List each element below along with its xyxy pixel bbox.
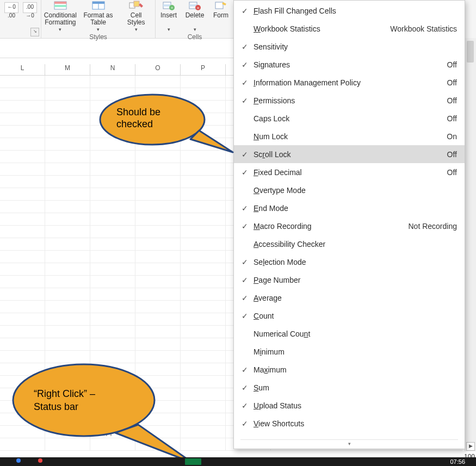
- cell[interactable]: [0, 238, 45, 250]
- cell[interactable]: [90, 376, 135, 388]
- cell[interactable]: [45, 251, 90, 263]
- cell[interactable]: [45, 113, 90, 125]
- cell[interactable]: [0, 326, 45, 338]
- cell[interactable]: [90, 163, 135, 175]
- cell[interactable]: [0, 351, 45, 363]
- cell[interactable]: [181, 426, 226, 438]
- menu-item[interactable]: ✓Sensitivity: [234, 38, 465, 55]
- cell[interactable]: [135, 176, 181, 188]
- cell[interactable]: [45, 151, 90, 163]
- cell[interactable]: [181, 263, 226, 275]
- cell[interactable]: [135, 138, 181, 150]
- menu-item[interactable]: ✓SignaturesOff: [234, 55, 465, 73]
- cell[interactable]: [0, 163, 45, 175]
- windows-taskbar[interactable]: 07:56: [0, 457, 476, 466]
- cell[interactable]: [45, 313, 90, 325]
- cell[interactable]: [135, 113, 181, 125]
- cell[interactable]: [135, 376, 181, 388]
- cell[interactable]: [0, 363, 45, 375]
- cell[interactable]: [135, 201, 181, 213]
- menu-item[interactable]: Numerical Count: [234, 325, 465, 343]
- menu-item[interactable]: Overtype Mode: [234, 181, 465, 199]
- decrease-decimal-button[interactable]: .00 →0: [23, 2, 37, 13]
- cell[interactable]: [135, 326, 181, 338]
- cell[interactable]: [181, 238, 226, 250]
- cell[interactable]: [90, 351, 135, 363]
- cell[interactable]: [45, 188, 90, 200]
- cell[interactable]: [181, 313, 226, 325]
- menu-item[interactable]: ✓Average: [234, 289, 465, 307]
- menu-item[interactable]: Minimum: [234, 343, 465, 361]
- cell[interactable]: [0, 276, 45, 288]
- cell[interactable]: [181, 163, 226, 175]
- cell[interactable]: [90, 201, 135, 213]
- cell[interactable]: [90, 138, 135, 150]
- cell[interactable]: [181, 176, 226, 188]
- cell[interactable]: [135, 438, 181, 450]
- cell[interactable]: [0, 213, 45, 225]
- menu-item[interactable]: ✓Sum: [234, 378, 465, 396]
- cell[interactable]: [135, 101, 181, 113]
- column-header[interactable]: L: [0, 64, 45, 75]
- cell-styles-button[interactable]: Cell Styles ▾: [117, 0, 155, 33]
- cell[interactable]: [135, 351, 181, 363]
- cell[interactable]: [45, 138, 90, 150]
- taskbar-app-icon[interactable]: [38, 458, 42, 463]
- conditional-formatting-button[interactable]: Conditional Formatting ▾: [41, 0, 79, 33]
- cell[interactable]: [135, 401, 181, 413]
- cell[interactable]: [45, 276, 90, 288]
- cell[interactable]: [135, 413, 181, 425]
- cell[interactable]: [0, 188, 45, 200]
- cell[interactable]: [90, 226, 135, 238]
- insert-button[interactable]: + Insert▾: [156, 0, 182, 33]
- cell[interactable]: [45, 163, 90, 175]
- menu-item[interactable]: ✓Fixed DecimalOff: [234, 163, 465, 181]
- cell[interactable]: [45, 326, 90, 338]
- cell[interactable]: [90, 176, 135, 188]
- cell[interactable]: [90, 238, 135, 250]
- menu-item[interactable]: ✓Information Management PolicyOff: [234, 73, 465, 91]
- cell[interactable]: [181, 113, 226, 125]
- menu-item[interactable]: Num LockOn: [234, 127, 465, 145]
- cell[interactable]: [135, 338, 181, 350]
- menu-item[interactable]: Workbook StatisticsWorkbook Statistics: [234, 20, 465, 38]
- cell[interactable]: [45, 363, 90, 375]
- cell[interactable]: [45, 401, 90, 413]
- cell[interactable]: [90, 388, 135, 400]
- cell[interactable]: [135, 126, 181, 138]
- cell[interactable]: [0, 438, 45, 450]
- cell[interactable]: [45, 413, 90, 425]
- delete-button[interactable]: × Delete▾: [182, 0, 208, 33]
- menu-item[interactable]: ✓Flash Fill Changed Cells: [234, 2, 465, 20]
- menu-item[interactable]: ✓Scroll LockOff: [234, 145, 465, 163]
- cell[interactable]: [135, 388, 181, 400]
- cell[interactable]: [0, 413, 45, 425]
- cell[interactable]: [135, 151, 181, 163]
- menu-item[interactable]: ✓Upload Status: [234, 396, 465, 414]
- cell[interactable]: [45, 438, 90, 450]
- cell[interactable]: [90, 401, 135, 413]
- cell[interactable]: [0, 388, 45, 400]
- cell[interactable]: [90, 363, 135, 375]
- cell[interactable]: [0, 376, 45, 388]
- menu-item[interactable]: ✓Macro RecordingNot Recording: [234, 217, 465, 235]
- cell[interactable]: [90, 126, 135, 138]
- cell[interactable]: [135, 313, 181, 325]
- cell[interactable]: [45, 226, 90, 238]
- cell[interactable]: [135, 301, 181, 313]
- taskbar-clock[interactable]: 07:56: [450, 458, 465, 465]
- menu-item[interactable]: Accessibility Checker: [234, 235, 465, 253]
- column-header[interactable]: P: [181, 64, 226, 75]
- cell[interactable]: [0, 176, 45, 188]
- menu-item[interactable]: ✓Page Number: [234, 271, 465, 289]
- cell[interactable]: [45, 101, 90, 113]
- menu-scroll-down-icon[interactable]: ▾: [240, 439, 458, 448]
- cell[interactable]: [45, 376, 90, 388]
- cell[interactable]: [90, 301, 135, 313]
- cell[interactable]: [181, 351, 226, 363]
- menu-item[interactable]: Caps LockOff: [234, 109, 465, 127]
- cell[interactable]: [90, 251, 135, 263]
- cell[interactable]: [181, 338, 226, 350]
- cell[interactable]: [135, 263, 181, 275]
- cell[interactable]: [0, 313, 45, 325]
